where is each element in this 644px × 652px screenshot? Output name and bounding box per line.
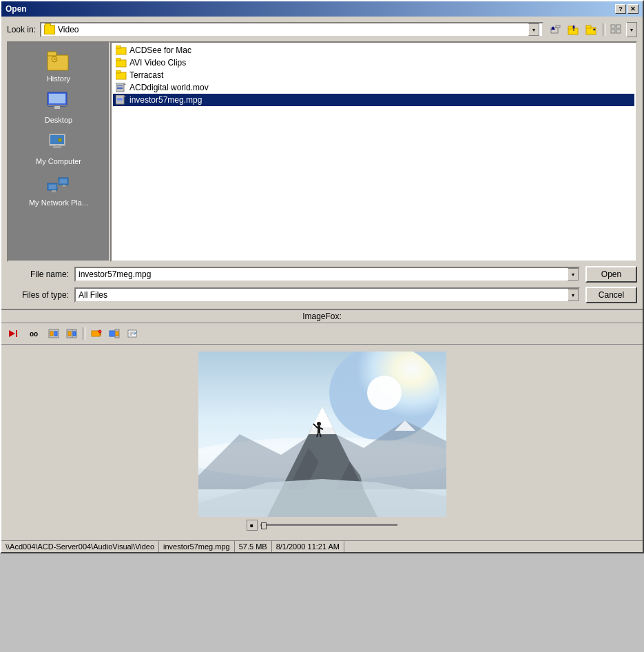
progress-slider[interactable] [260,524,398,527]
look-in-dropdown[interactable]: Video ▾ [40,22,543,37]
file-item-name: Terracast [129,70,163,80]
status-filename: investor57meg.mpg [159,541,235,552]
svg-rect-86 [318,426,320,433]
network-icon [46,172,71,197]
folder-icon [116,45,127,55]
help-button[interactable]: ? [615,4,626,14]
up-folder-icon [568,24,580,35]
edit-icon [127,329,138,338]
svg-rect-35 [52,190,56,192]
file-list-item[interactable]: investor57meg.mpg [113,94,634,106]
svg-rect-13 [616,30,621,33]
tool3-icon [91,329,102,338]
svg-rect-20 [48,105,67,106]
sidebar-item-history[interactable]: History [10,45,107,85]
svg-rect-36 [63,185,65,187]
imagefox-play-button[interactable] [6,326,22,341]
preview-image [198,352,446,517]
history-icon [46,48,71,73]
up-folder-button[interactable] [565,22,582,37]
file-name-field[interactable]: investor57meg.mpg ▾ [74,267,580,282]
sidebar-item-network[interactable]: My Network Pla... [10,170,107,210]
new-folder-icon: * [585,24,598,35]
view-dropdown-arrow[interactable]: ▾ [626,22,637,37]
tool1-icon [48,329,59,338]
status-path: \\Acd004\ACD-Server004\AudioVisual\Video [1,541,159,552]
dialog-content: Look in: Video ▾ [1,17,643,309]
sidebar-computer-label: My Computer [36,157,81,165]
title-bar: Open ? ✕ [1,1,643,17]
computer-svg-icon [46,131,71,156]
file-list-item[interactable]: ACDdigital world.mov [113,81,634,94]
svg-rect-25 [50,135,64,144]
new-folder-button[interactable]: * [583,22,600,37]
progress-thumb[interactable] [261,522,267,529]
look-in-arrow[interactable]: ▾ [528,23,539,36]
imagefox-tool2-button[interactable] [63,326,80,341]
imagefox-tool4-button[interactable] [106,326,123,341]
svg-rect-12 [611,30,615,33]
tool2-icon [66,329,77,338]
svg-marker-49 [124,95,126,97]
toolbar-div2 [83,327,85,340]
close-button[interactable]: ✕ [627,4,638,14]
file-type-arrow[interactable]: ▾ [568,289,579,301]
svg-rect-45 [117,85,123,86]
title-bar-buttons: ? ✕ [615,4,638,14]
svg-rect-8 [586,26,591,28]
svg-rect-46 [117,87,123,88]
svg-rect-40 [116,58,121,61]
open-dialog: Open ? ✕ Look in: Video ▾ [0,0,644,553]
svg-rect-59 [68,332,71,336]
file-name-value: investor57meg.mpg [76,269,568,279]
file-list-item[interactable]: ACDSee for Mac [113,44,634,57]
imagefox-edit-button[interactable] [124,326,141,341]
file-type-field[interactable]: All Files ▾ [74,287,580,303]
svg-marker-44 [124,83,126,85]
look-in-value: Video [58,25,526,34]
status-date: 8/1/2000 11:21 AM [272,541,344,552]
svg-point-75 [367,376,402,410]
status-size: 57.5 MB [235,541,272,552]
file-type-row: Files of type: All Files ▾ Cancel [7,287,637,303]
cancel-button[interactable]: Cancel [585,287,637,303]
folder-icon [116,58,127,68]
look-in-row: Look in: Video ▾ [7,22,637,37]
svg-rect-23 [49,94,65,103]
network-svg-icon [46,172,71,197]
back-button[interactable] [548,22,564,37]
svg-rect-52 [117,101,123,101]
file-list-item[interactable]: AVI Video Clips [113,57,634,69]
file-list-item[interactable]: Terracast [113,69,634,81]
view-button[interactable] [608,22,625,37]
video-file-icon [116,83,127,92]
svg-rect-47 [117,88,123,89]
imagefox-panel: ImageFox: oo [1,309,643,552]
file-list[interactable]: ACDSee for MacAVI Video ClipsTerracastAC… [110,41,637,262]
file-name-label: File name: [7,269,69,279]
svg-rect-67 [116,332,118,336]
imagefox-loop-button[interactable]: oo [23,326,44,341]
svg-text:*: * [593,27,596,34]
svg-rect-61 [73,332,76,336]
sidebar-item-computer[interactable]: My Computer [10,128,107,168]
look-in-label: Look in: [7,25,36,34]
file-item-name: ACDdigital world.mov [129,83,209,92]
sidebar-network-label: My Network Pla... [29,198,88,207]
folder-icon [44,25,55,34]
imagefox-title: ImageFox: [1,310,643,323]
stop-button[interactable]: ■ [247,520,258,531]
svg-point-64 [98,330,101,333]
sidebar-item-desktop[interactable]: Desktop [10,87,107,127]
imagefox-tool3-button[interactable] [88,326,105,341]
desktop-svg-icon [46,90,71,114]
file-name-arrow[interactable]: ▾ [568,268,579,281]
nav-toolbar: * ▾ [548,22,637,37]
sidebar-desktop-label: Desktop [45,116,72,124]
file-browser-area: History Desktop [7,41,637,262]
status-bar: \\Acd004\ACD-Server004\AudioVisual\Video… [1,540,643,552]
svg-rect-31 [49,185,56,189]
imagefox-tool1-button[interactable] [45,326,62,341]
open-button[interactable]: Open [585,266,637,283]
playback-controls: ■ [198,517,446,533]
